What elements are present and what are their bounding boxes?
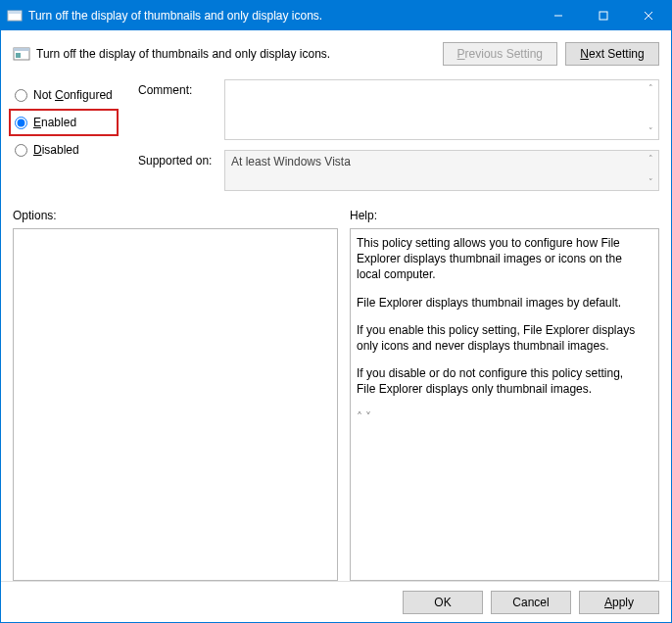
dialog-footer: OK Cancel Apply — [1, 581, 671, 622]
policy-icon — [13, 45, 30, 63]
next-setting-button[interactable]: Next Setting — [565, 42, 659, 66]
scroll-down-icon[interactable]: ˅ — [644, 175, 657, 189]
scroll-up-icon[interactable]: ˄ — [357, 410, 362, 424]
scroll-up-icon[interactable]: ˄ — [644, 152, 657, 166]
comment-field[interactable]: ˄ ˅ — [224, 79, 659, 140]
svg-rect-7 — [14, 48, 29, 51]
window-controls — [536, 1, 671, 30]
cancel-button[interactable]: Cancel — [491, 591, 571, 614]
close-button[interactable] — [626, 1, 671, 30]
help-paragraph: This policy setting allows you to config… — [357, 235, 641, 283]
apply-button[interactable]: Apply — [579, 591, 659, 614]
radio-disabled[interactable]: Disabled — [13, 136, 138, 164]
scroll-up-icon[interactable]: ˄ — [644, 81, 657, 95]
svg-rect-8 — [16, 53, 21, 58]
maximize-button[interactable] — [581, 1, 626, 30]
comment-label: Comment: — [138, 79, 224, 140]
help-paragraph: If you enable this policy setting, File … — [357, 322, 641, 354]
help-paragraph: If you disable or do not configure this … — [357, 365, 641, 397]
help-label: Help: — [350, 209, 659, 222]
previous-setting-button: Previous Setting — [443, 42, 557, 66]
scroll-down-icon[interactable]: ˅ — [644, 124, 657, 138]
radio-not-configured[interactable]: Not Configured — [13, 81, 138, 109]
radio-enabled-input[interactable] — [15, 117, 27, 129]
radio-not-configured-input[interactable] — [15, 89, 27, 102]
radio-enabled-label: Enabled — [33, 116, 76, 129]
scroll-down-icon[interactable]: ˅ — [365, 410, 371, 424]
minimize-button[interactable] — [536, 1, 581, 30]
supported-label: Supported on: — [138, 150, 224, 191]
radio-disabled-label: Disabled — [33, 143, 79, 157]
options-label: Options: — [13, 209, 338, 222]
radio-not-configured-label: Not Configured — [33, 88, 113, 102]
policy-title: Turn off the display of thumbnails and o… — [36, 47, 443, 61]
help-box: This policy setting allows you to config… — [350, 228, 659, 581]
policy-header: Turn off the display of thumbnails and o… — [13, 38, 659, 77]
supported-field: At least Windows Vista ˄ ˅ — [224, 150, 659, 191]
help-paragraph: File Explorer displays thumbnail images … — [357, 295, 641, 311]
svg-rect-3 — [600, 12, 607, 20]
ok-button[interactable]: OK — [403, 591, 483, 614]
svg-rect-1 — [8, 11, 22, 14]
radio-disabled-input[interactable] — [15, 144, 27, 157]
supported-value: At least Windows Vista — [231, 155, 351, 168]
radio-enabled[interactable]: Enabled — [9, 109, 119, 136]
window-title: Turn off the display of thumbnails and o… — [28, 9, 536, 23]
options-box — [13, 228, 338, 581]
titlebar: Turn off the display of thumbnails and o… — [1, 1, 671, 30]
policy-window-icon — [7, 8, 23, 24]
